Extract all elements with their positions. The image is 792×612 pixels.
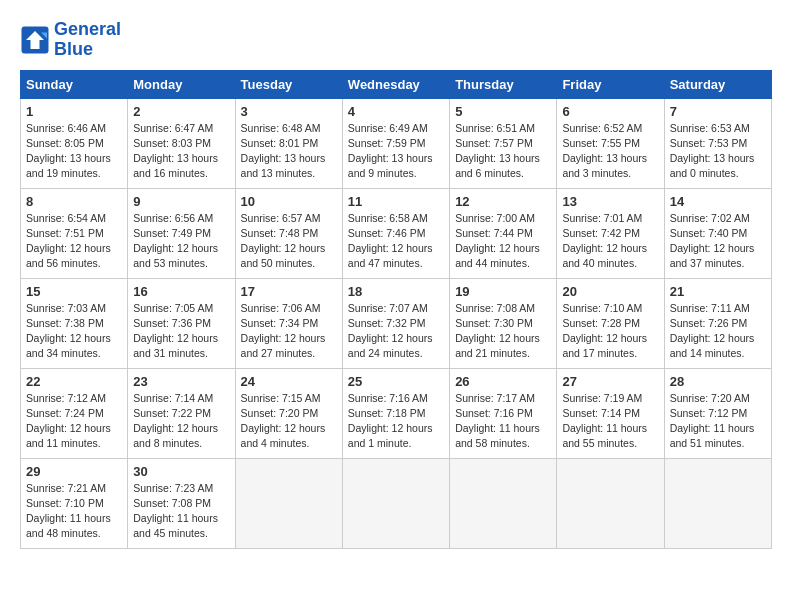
calendar-day-cell	[342, 458, 449, 548]
day-number: 20	[562, 284, 658, 299]
calendar-day-cell: 30Sunrise: 7:23 AM Sunset: 7:08 PM Dayli…	[128, 458, 235, 548]
calendar-day-cell: 12Sunrise: 7:00 AM Sunset: 7:44 PM Dayli…	[450, 188, 557, 278]
day-number: 8	[26, 194, 122, 209]
day-info: Sunrise: 6:56 AM Sunset: 7:49 PM Dayligh…	[133, 211, 229, 272]
calendar-day-cell: 3Sunrise: 6:48 AM Sunset: 8:01 PM Daylig…	[235, 98, 342, 188]
calendar-day-cell: 27Sunrise: 7:19 AM Sunset: 7:14 PM Dayli…	[557, 368, 664, 458]
calendar-day-cell: 9Sunrise: 6:56 AM Sunset: 7:49 PM Daylig…	[128, 188, 235, 278]
page-header: General Blue	[20, 20, 772, 60]
column-header-monday: Monday	[128, 70, 235, 98]
day-number: 16	[133, 284, 229, 299]
calendar-week-row: 15Sunrise: 7:03 AM Sunset: 7:38 PM Dayli…	[21, 278, 772, 368]
calendar-day-cell: 21Sunrise: 7:11 AM Sunset: 7:26 PM Dayli…	[664, 278, 771, 368]
column-header-wednesday: Wednesday	[342, 70, 449, 98]
day-number: 13	[562, 194, 658, 209]
day-info: Sunrise: 7:11 AM Sunset: 7:26 PM Dayligh…	[670, 301, 766, 362]
calendar-day-cell: 19Sunrise: 7:08 AM Sunset: 7:30 PM Dayli…	[450, 278, 557, 368]
day-number: 3	[241, 104, 337, 119]
day-number: 6	[562, 104, 658, 119]
calendar-day-cell: 1Sunrise: 6:46 AM Sunset: 8:05 PM Daylig…	[21, 98, 128, 188]
column-header-sunday: Sunday	[21, 70, 128, 98]
day-number: 12	[455, 194, 551, 209]
calendar-day-cell: 4Sunrise: 6:49 AM Sunset: 7:59 PM Daylig…	[342, 98, 449, 188]
day-info: Sunrise: 6:57 AM Sunset: 7:48 PM Dayligh…	[241, 211, 337, 272]
day-info: Sunrise: 6:48 AM Sunset: 8:01 PM Dayligh…	[241, 121, 337, 182]
day-number: 29	[26, 464, 122, 479]
day-info: Sunrise: 6:58 AM Sunset: 7:46 PM Dayligh…	[348, 211, 444, 272]
calendar-day-cell: 15Sunrise: 7:03 AM Sunset: 7:38 PM Dayli…	[21, 278, 128, 368]
day-info: Sunrise: 7:20 AM Sunset: 7:12 PM Dayligh…	[670, 391, 766, 452]
day-info: Sunrise: 6:49 AM Sunset: 7:59 PM Dayligh…	[348, 121, 444, 182]
day-info: Sunrise: 7:01 AM Sunset: 7:42 PM Dayligh…	[562, 211, 658, 272]
calendar-week-row: 8Sunrise: 6:54 AM Sunset: 7:51 PM Daylig…	[21, 188, 772, 278]
day-number: 23	[133, 374, 229, 389]
day-info: Sunrise: 7:14 AM Sunset: 7:22 PM Dayligh…	[133, 391, 229, 452]
calendar-header-row: SundayMondayTuesdayWednesdayThursdayFrid…	[21, 70, 772, 98]
day-number: 30	[133, 464, 229, 479]
day-info: Sunrise: 7:21 AM Sunset: 7:10 PM Dayligh…	[26, 481, 122, 542]
day-number: 5	[455, 104, 551, 119]
calendar-day-cell: 10Sunrise: 6:57 AM Sunset: 7:48 PM Dayli…	[235, 188, 342, 278]
calendar-week-row: 29Sunrise: 7:21 AM Sunset: 7:10 PM Dayli…	[21, 458, 772, 548]
day-number: 10	[241, 194, 337, 209]
calendar-table: SundayMondayTuesdayWednesdayThursdayFrid…	[20, 70, 772, 549]
day-number: 28	[670, 374, 766, 389]
calendar-day-cell: 22Sunrise: 7:12 AM Sunset: 7:24 PM Dayli…	[21, 368, 128, 458]
day-info: Sunrise: 7:08 AM Sunset: 7:30 PM Dayligh…	[455, 301, 551, 362]
logo-text: General Blue	[54, 20, 121, 60]
day-info: Sunrise: 7:19 AM Sunset: 7:14 PM Dayligh…	[562, 391, 658, 452]
calendar-day-cell: 26Sunrise: 7:17 AM Sunset: 7:16 PM Dayli…	[450, 368, 557, 458]
day-info: Sunrise: 6:47 AM Sunset: 8:03 PM Dayligh…	[133, 121, 229, 182]
day-info: Sunrise: 6:52 AM Sunset: 7:55 PM Dayligh…	[562, 121, 658, 182]
day-info: Sunrise: 7:05 AM Sunset: 7:36 PM Dayligh…	[133, 301, 229, 362]
calendar-day-cell: 25Sunrise: 7:16 AM Sunset: 7:18 PM Dayli…	[342, 368, 449, 458]
calendar-day-cell: 2Sunrise: 6:47 AM Sunset: 8:03 PM Daylig…	[128, 98, 235, 188]
day-info: Sunrise: 7:00 AM Sunset: 7:44 PM Dayligh…	[455, 211, 551, 272]
calendar-week-row: 1Sunrise: 6:46 AM Sunset: 8:05 PM Daylig…	[21, 98, 772, 188]
day-number: 17	[241, 284, 337, 299]
calendar-day-cell: 28Sunrise: 7:20 AM Sunset: 7:12 PM Dayli…	[664, 368, 771, 458]
calendar-day-cell: 8Sunrise: 6:54 AM Sunset: 7:51 PM Daylig…	[21, 188, 128, 278]
calendar-day-cell: 23Sunrise: 7:14 AM Sunset: 7:22 PM Dayli…	[128, 368, 235, 458]
day-info: Sunrise: 7:10 AM Sunset: 7:28 PM Dayligh…	[562, 301, 658, 362]
day-info: Sunrise: 7:12 AM Sunset: 7:24 PM Dayligh…	[26, 391, 122, 452]
calendar-day-cell: 16Sunrise: 7:05 AM Sunset: 7:36 PM Dayli…	[128, 278, 235, 368]
logo: General Blue	[20, 20, 121, 60]
day-number: 26	[455, 374, 551, 389]
calendar-day-cell: 18Sunrise: 7:07 AM Sunset: 7:32 PM Dayli…	[342, 278, 449, 368]
day-number: 4	[348, 104, 444, 119]
day-number: 11	[348, 194, 444, 209]
day-info: Sunrise: 7:15 AM Sunset: 7:20 PM Dayligh…	[241, 391, 337, 452]
column-header-thursday: Thursday	[450, 70, 557, 98]
day-number: 7	[670, 104, 766, 119]
day-number: 19	[455, 284, 551, 299]
calendar-day-cell: 29Sunrise: 7:21 AM Sunset: 7:10 PM Dayli…	[21, 458, 128, 548]
calendar-day-cell: 5Sunrise: 6:51 AM Sunset: 7:57 PM Daylig…	[450, 98, 557, 188]
column-header-saturday: Saturday	[664, 70, 771, 98]
day-info: Sunrise: 7:16 AM Sunset: 7:18 PM Dayligh…	[348, 391, 444, 452]
day-info: Sunrise: 7:02 AM Sunset: 7:40 PM Dayligh…	[670, 211, 766, 272]
day-number: 24	[241, 374, 337, 389]
calendar-day-cell	[235, 458, 342, 548]
calendar-day-cell: 6Sunrise: 6:52 AM Sunset: 7:55 PM Daylig…	[557, 98, 664, 188]
day-info: Sunrise: 7:17 AM Sunset: 7:16 PM Dayligh…	[455, 391, 551, 452]
calendar-day-cell: 13Sunrise: 7:01 AM Sunset: 7:42 PM Dayli…	[557, 188, 664, 278]
day-info: Sunrise: 6:53 AM Sunset: 7:53 PM Dayligh…	[670, 121, 766, 182]
calendar-day-cell: 14Sunrise: 7:02 AM Sunset: 7:40 PM Dayli…	[664, 188, 771, 278]
day-number: 21	[670, 284, 766, 299]
day-info: Sunrise: 6:54 AM Sunset: 7:51 PM Dayligh…	[26, 211, 122, 272]
calendar-week-row: 22Sunrise: 7:12 AM Sunset: 7:24 PM Dayli…	[21, 368, 772, 458]
calendar-day-cell: 20Sunrise: 7:10 AM Sunset: 7:28 PM Dayli…	[557, 278, 664, 368]
column-header-tuesday: Tuesday	[235, 70, 342, 98]
calendar-day-cell	[450, 458, 557, 548]
calendar-day-cell: 11Sunrise: 6:58 AM Sunset: 7:46 PM Dayli…	[342, 188, 449, 278]
calendar-day-cell: 7Sunrise: 6:53 AM Sunset: 7:53 PM Daylig…	[664, 98, 771, 188]
calendar-day-cell	[664, 458, 771, 548]
day-info: Sunrise: 7:23 AM Sunset: 7:08 PM Dayligh…	[133, 481, 229, 542]
day-info: Sunrise: 7:06 AM Sunset: 7:34 PM Dayligh…	[241, 301, 337, 362]
day-info: Sunrise: 6:46 AM Sunset: 8:05 PM Dayligh…	[26, 121, 122, 182]
day-number: 25	[348, 374, 444, 389]
calendar-day-cell	[557, 458, 664, 548]
day-number: 27	[562, 374, 658, 389]
day-number: 9	[133, 194, 229, 209]
